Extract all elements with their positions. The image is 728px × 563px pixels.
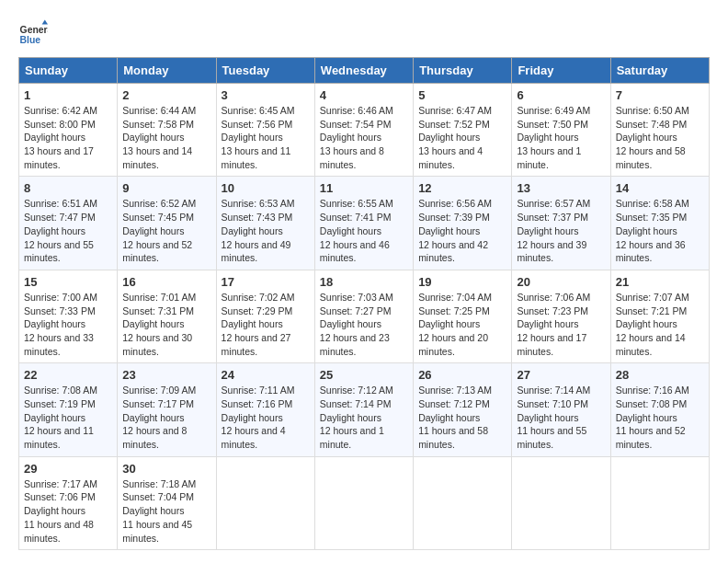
day-number: 11 <box>320 181 408 195</box>
day-detail: Sunrise: 7:09 AM Sunset: 7:17 PM Dayligh… <box>122 384 210 451</box>
calendar-cell: 22 Sunrise: 7:08 AM Sunset: 7:19 PM Dayl… <box>19 363 118 456</box>
calendar-cell: 21 Sunrise: 7:07 AM Sunset: 7:21 PM Dayl… <box>610 270 709 362</box>
day-number: 1 <box>24 88 112 102</box>
column-header-monday: Monday <box>118 58 216 84</box>
day-number: 4 <box>320 88 408 102</box>
day-detail: Sunrise: 7:17 AM Sunset: 7:06 PM Dayligh… <box>24 477 112 545</box>
calendar-cell: 3 Sunrise: 6:45 AM Sunset: 7:56 PM Dayli… <box>216 84 314 177</box>
calendar-cell: 2 Sunrise: 6:44 AM Sunset: 7:58 PM Dayli… <box>118 84 216 177</box>
calendar-cell <box>414 456 512 549</box>
day-number: 20 <box>517 275 605 289</box>
day-detail: Sunrise: 7:00 AM Sunset: 7:33 PM Dayligh… <box>24 291 112 358</box>
calendar-cell: 1 Sunrise: 6:42 AM Sunset: 8:00 PM Dayli… <box>19 84 118 177</box>
calendar-cell: 25 Sunrise: 7:12 AM Sunset: 7:14 PM Dayl… <box>314 363 413 456</box>
calendar-cell <box>216 456 314 549</box>
logo-icon: General Blue <box>18 18 48 48</box>
day-detail: Sunrise: 6:55 AM Sunset: 7:41 PM Dayligh… <box>320 197 408 264</box>
day-number: 3 <box>222 88 310 102</box>
day-detail: Sunrise: 7:08 AM Sunset: 7:19 PM Dayligh… <box>24 384 112 451</box>
day-detail: Sunrise: 7:02 AM Sunset: 7:29 PM Dayligh… <box>222 291 310 358</box>
day-detail: Sunrise: 6:57 AM Sunset: 7:37 PM Dayligh… <box>517 197 605 264</box>
calendar-cell: 27 Sunrise: 7:14 AM Sunset: 7:10 PM Dayl… <box>512 363 610 456</box>
calendar-cell: 4 Sunrise: 6:46 AM Sunset: 7:54 PM Dayli… <box>314 84 413 177</box>
week-row-2: 8 Sunrise: 6:51 AM Sunset: 7:47 PM Dayli… <box>19 177 710 270</box>
day-number: 26 <box>418 368 506 382</box>
day-number: 28 <box>616 368 704 382</box>
calendar-cell: 10 Sunrise: 6:53 AM Sunset: 7:43 PM Dayl… <box>216 177 314 270</box>
calendar-cell: 12 Sunrise: 6:56 AM Sunset: 7:39 PM Dayl… <box>414 177 512 270</box>
calendar-cell: 19 Sunrise: 7:04 AM Sunset: 7:25 PM Dayl… <box>414 270 512 362</box>
day-detail: Sunrise: 6:42 AM Sunset: 8:00 PM Dayligh… <box>24 104 112 171</box>
calendar-cell: 16 Sunrise: 7:01 AM Sunset: 7:31 PM Dayl… <box>118 270 216 362</box>
day-detail: Sunrise: 7:13 AM Sunset: 7:12 PM Dayligh… <box>418 384 506 451</box>
calendar-cell: 17 Sunrise: 7:02 AM Sunset: 7:29 PM Dayl… <box>216 270 314 362</box>
column-header-sunday: Sunday <box>19 58 118 84</box>
day-number: 10 <box>222 181 310 195</box>
calendar-cell: 14 Sunrise: 6:58 AM Sunset: 7:35 PM Dayl… <box>610 177 709 270</box>
calendar-cell: 5 Sunrise: 6:47 AM Sunset: 7:52 PM Dayli… <box>414 84 512 177</box>
day-number: 23 <box>122 368 210 382</box>
day-number: 30 <box>122 462 210 476</box>
day-number: 12 <box>418 181 506 195</box>
day-number: 5 <box>418 88 506 102</box>
calendar-cell: 18 Sunrise: 7:03 AM Sunset: 7:27 PM Dayl… <box>314 270 413 362</box>
day-detail: Sunrise: 7:06 AM Sunset: 7:23 PM Dayligh… <box>517 291 605 358</box>
day-number: 2 <box>122 88 210 102</box>
day-detail: Sunrise: 7:11 AM Sunset: 7:16 PM Dayligh… <box>222 384 310 451</box>
day-detail: Sunrise: 6:44 AM Sunset: 7:58 PM Dayligh… <box>122 104 210 171</box>
day-number: 6 <box>517 88 605 102</box>
day-detail: Sunrise: 6:52 AM Sunset: 7:45 PM Dayligh… <box>122 197 210 264</box>
day-number: 13 <box>517 181 605 195</box>
day-number: 15 <box>24 275 112 289</box>
day-detail: Sunrise: 7:18 AM Sunset: 7:04 PM Dayligh… <box>122 477 210 545</box>
day-number: 9 <box>122 181 210 195</box>
day-number: 14 <box>616 181 704 195</box>
day-detail: Sunrise: 6:49 AM Sunset: 7:50 PM Dayligh… <box>517 104 605 171</box>
day-number: 19 <box>418 275 506 289</box>
day-number: 25 <box>320 368 408 382</box>
column-header-friday: Friday <box>512 58 610 84</box>
day-number: 21 <box>616 275 704 289</box>
calendar-cell <box>610 456 709 549</box>
column-header-saturday: Saturday <box>610 58 709 84</box>
day-detail: Sunrise: 6:51 AM Sunset: 7:47 PM Dayligh… <box>24 197 112 264</box>
day-number: 29 <box>24 462 112 476</box>
week-row-4: 22 Sunrise: 7:08 AM Sunset: 7:19 PM Dayl… <box>19 363 710 456</box>
column-header-wednesday: Wednesday <box>314 58 413 84</box>
day-detail: Sunrise: 7:07 AM Sunset: 7:21 PM Dayligh… <box>616 291 704 358</box>
calendar-cell: 28 Sunrise: 7:16 AM Sunset: 7:08 PM Dayl… <box>610 363 709 456</box>
day-detail: Sunrise: 6:47 AM Sunset: 7:52 PM Dayligh… <box>418 104 506 171</box>
day-number: 17 <box>222 275 310 289</box>
day-detail: Sunrise: 7:14 AM Sunset: 7:10 PM Dayligh… <box>517 384 605 451</box>
day-number: 16 <box>122 275 210 289</box>
column-header-thursday: Thursday <box>414 58 512 84</box>
svg-marker-2 <box>42 20 48 25</box>
day-detail: Sunrise: 6:56 AM Sunset: 7:39 PM Dayligh… <box>418 197 506 264</box>
day-detail: Sunrise: 6:50 AM Sunset: 7:48 PM Dayligh… <box>616 104 704 171</box>
day-detail: Sunrise: 6:45 AM Sunset: 7:56 PM Dayligh… <box>222 104 310 171</box>
calendar-cell: 6 Sunrise: 6:49 AM Sunset: 7:50 PM Dayli… <box>512 84 610 177</box>
svg-text:General: General <box>20 25 48 35</box>
day-detail: Sunrise: 7:01 AM Sunset: 7:31 PM Dayligh… <box>122 291 210 358</box>
calendar-body: 1 Sunrise: 6:42 AM Sunset: 8:00 PM Dayli… <box>19 84 710 550</box>
calendar-cell: 8 Sunrise: 6:51 AM Sunset: 7:47 PM Dayli… <box>19 177 118 270</box>
week-row-3: 15 Sunrise: 7:00 AM Sunset: 7:33 PM Dayl… <box>19 270 710 362</box>
calendar-table: SundayMondayTuesdayWednesdayThursdayFrid… <box>18 57 710 550</box>
calendar-cell <box>512 456 610 549</box>
calendar-cell: 30 Sunrise: 7:18 AM Sunset: 7:04 PM Dayl… <box>118 456 216 549</box>
calendar-cell: 26 Sunrise: 7:13 AM Sunset: 7:12 PM Dayl… <box>414 363 512 456</box>
calendar-header-row: SundayMondayTuesdayWednesdayThursdayFrid… <box>19 58 710 84</box>
calendar-cell: 11 Sunrise: 6:55 AM Sunset: 7:41 PM Dayl… <box>314 177 413 270</box>
calendar-cell: 24 Sunrise: 7:11 AM Sunset: 7:16 PM Dayl… <box>216 363 314 456</box>
day-number: 7 <box>616 88 704 102</box>
calendar-cell: 20 Sunrise: 7:06 AM Sunset: 7:23 PM Dayl… <box>512 270 610 362</box>
week-row-1: 1 Sunrise: 6:42 AM Sunset: 8:00 PM Dayli… <box>19 84 710 177</box>
week-row-5: 29 Sunrise: 7:17 AM Sunset: 7:06 PM Dayl… <box>19 456 710 549</box>
page-header: General Blue <box>18 18 710 48</box>
column-header-tuesday: Tuesday <box>216 58 314 84</box>
calendar-cell: 9 Sunrise: 6:52 AM Sunset: 7:45 PM Dayli… <box>118 177 216 270</box>
day-detail: Sunrise: 7:04 AM Sunset: 7:25 PM Dayligh… <box>418 291 506 358</box>
day-number: 24 <box>222 368 310 382</box>
calendar-cell: 29 Sunrise: 7:17 AM Sunset: 7:06 PM Dayl… <box>19 456 118 549</box>
calendar-cell: 13 Sunrise: 6:57 AM Sunset: 7:37 PM Dayl… <box>512 177 610 270</box>
